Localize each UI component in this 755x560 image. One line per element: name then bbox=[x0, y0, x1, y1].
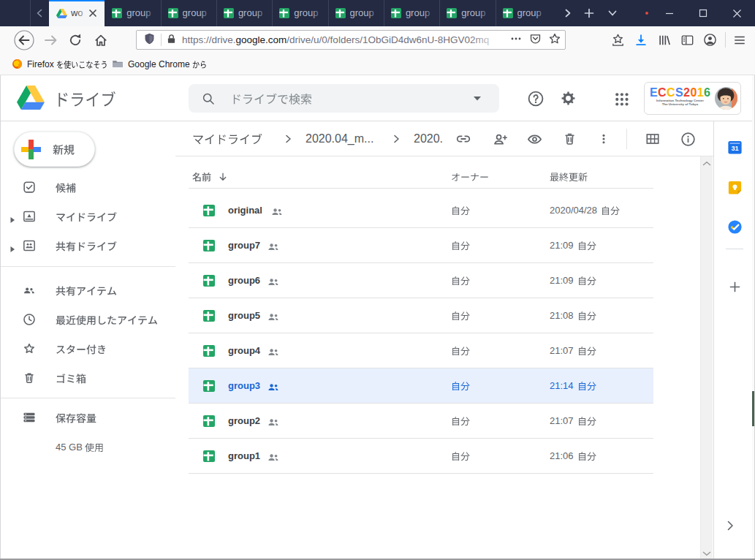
open-menu-button[interactable] bbox=[729, 26, 751, 53]
list-all-tabs-button[interactable] bbox=[602, 0, 623, 26]
expand-arrow[interactable] bbox=[10, 213, 15, 227]
file-name[interactable]: group7 bbox=[228, 228, 260, 262]
org-letter: C bbox=[658, 86, 667, 99]
file-row[interactable]: original 2020/04/28 bbox=[189, 193, 653, 228]
shared-drives-icon bbox=[22, 238, 37, 253]
scroll-up-icon[interactable] bbox=[701, 160, 713, 167]
sidebars-button[interactable] bbox=[676, 26, 698, 53]
drive-search-box[interactable] bbox=[189, 84, 499, 113]
file-row[interactable]: group2 21:07 bbox=[189, 404, 653, 439]
sidebar-item-starred[interactable] bbox=[0, 334, 175, 363]
reload-button[interactable] bbox=[64, 26, 86, 53]
delete-button[interactable] bbox=[561, 130, 578, 148]
breadcrumb-folder[interactable]: 2020.04_m... bbox=[306, 121, 373, 156]
share-button[interactable] bbox=[491, 130, 509, 148]
browser-tab[interactable]: group bbox=[105, 0, 160, 26]
file-row[interactable]: group7 21:09 bbox=[189, 228, 653, 263]
file-modified: 21:07 bbox=[550, 333, 596, 368]
file-name[interactable]: group2 bbox=[228, 404, 260, 438]
menu-icon bbox=[733, 34, 746, 47]
close-window-button[interactable] bbox=[720, 0, 754, 26]
google-apps-button[interactable] bbox=[610, 75, 631, 121]
sidebar-item-shared-with-me-icon-wrap bbox=[22, 283, 37, 300]
bookmark-item[interactable]: Firefox bbox=[9, 53, 111, 75]
back-button[interactable] bbox=[12, 26, 37, 53]
scroll-tabs-left-button[interactable] bbox=[30, 0, 48, 26]
get-link-button[interactable] bbox=[455, 130, 472, 148]
browser-tab[interactable]: group bbox=[439, 0, 495, 26]
more-actions-button[interactable] bbox=[595, 130, 612, 148]
get-addons-button[interactable] bbox=[724, 276, 745, 297]
search-icon-wrap[interactable] bbox=[201, 91, 216, 106]
browser-tab[interactable]: group bbox=[161, 0, 216, 26]
drive-logo-wrap[interactable] bbox=[17, 86, 45, 113]
keep-panel-button[interactable] bbox=[724, 177, 745, 197]
settings-button[interactable] bbox=[558, 75, 578, 121]
hide-side-panel-button[interactable] bbox=[720, 515, 740, 536]
sidebar-item-storage[interactable] bbox=[0, 403, 175, 432]
sort-direction-icon bbox=[218, 172, 228, 182]
browser-tab[interactable]: group bbox=[384, 0, 439, 26]
page-actions-button[interactable] bbox=[507, 33, 526, 48]
browser-tab[interactable]: group bbox=[328, 0, 384, 26]
url-text[interactable]: https://drive.google.com/drive/u/0/folde… bbox=[182, 34, 507, 45]
save-to-pocket-button[interactable] bbox=[526, 32, 545, 48]
file-row[interactable]: group5 21:08 bbox=[189, 298, 653, 333]
bookmark-folder[interactable]: Google Chrome bbox=[109, 53, 210, 75]
file-name[interactable]: group5 bbox=[228, 298, 260, 333]
file-name[interactable]: group1 bbox=[228, 439, 260, 473]
breadcrumb-current-folder[interactable]: 2020. bbox=[414, 121, 443, 156]
library-button[interactable] bbox=[653, 26, 675, 53]
scroll-tabs-right-button[interactable] bbox=[558, 0, 578, 26]
file-row[interactable]: group4 21:07 bbox=[189, 333, 653, 368]
new-tab-button[interactable] bbox=[579, 0, 599, 26]
maximize-button[interactable] bbox=[686, 0, 720, 26]
help-button[interactable] bbox=[526, 75, 546, 121]
tasks-panel-button[interactable] bbox=[724, 216, 745, 237]
file-row[interactable]: group1 21:06 bbox=[189, 439, 653, 474]
organization-account-card[interactable]: ECCS2016 Information Technology Center T… bbox=[644, 82, 741, 115]
column-header-name[interactable] bbox=[192, 156, 228, 189]
minimize-button[interactable] bbox=[653, 0, 686, 26]
browser-tab[interactable]: group bbox=[216, 0, 272, 26]
file-list-scrollbar[interactable] bbox=[700, 156, 713, 560]
home-button[interactable] bbox=[90, 26, 112, 53]
expand-arrow[interactable] bbox=[10, 243, 15, 256]
lock-wrap[interactable] bbox=[166, 33, 177, 48]
sidebar-item-shared-with-me[interactable] bbox=[0, 276, 175, 305]
file-name[interactable]: original bbox=[228, 193, 262, 227]
tab-close-icon[interactable] bbox=[87, 7, 99, 22]
column-header-modified[interactable] bbox=[550, 156, 588, 189]
browser-tab[interactable]: wo bbox=[49, 0, 105, 26]
bookmark-page-button[interactable] bbox=[545, 32, 565, 48]
column-header-owner[interactable] bbox=[451, 156, 489, 189]
url-bar[interactable]: https://drive.google.com/drive/u/0/folde… bbox=[136, 30, 566, 50]
file-row[interactable]: group6 21:09 bbox=[189, 263, 653, 298]
avatar-wrap[interactable] bbox=[715, 87, 737, 110]
browser-tab[interactable]: group bbox=[272, 0, 327, 26]
sort-arrow-wrap[interactable] bbox=[218, 172, 228, 182]
view-details-button[interactable] bbox=[679, 130, 697, 148]
sidebar-item-priority[interactable] bbox=[0, 173, 175, 202]
scroll-down-icon[interactable] bbox=[701, 550, 713, 557]
file-name[interactable]: group4 bbox=[228, 333, 260, 368]
grid-view-button[interactable] bbox=[644, 130, 661, 148]
forward-button[interactable] bbox=[40, 26, 62, 53]
search-options-button[interactable] bbox=[473, 96, 482, 101]
preview-button[interactable] bbox=[526, 130, 543, 148]
sidebar-item-shared-drives[interactable] bbox=[0, 231, 175, 260]
shield-wrap[interactable] bbox=[143, 32, 156, 48]
bookmarks-menu-button[interactable] bbox=[607, 26, 629, 53]
account-button[interactable] bbox=[699, 26, 721, 53]
file-row[interactable]: group3 21:14 bbox=[189, 368, 653, 404]
browser-tab[interactable]: group bbox=[496, 0, 551, 26]
breadcrumb-my-drive[interactable] bbox=[192, 121, 262, 156]
file-name[interactable]: group6 bbox=[228, 263, 260, 298]
sidebar-item-recent[interactable] bbox=[0, 305, 175, 334]
downloads-button[interactable] bbox=[630, 26, 652, 53]
new-button[interactable] bbox=[14, 132, 95, 167]
calendar-panel-button[interactable]: 31 bbox=[724, 137, 745, 157]
file-name[interactable]: group3 bbox=[228, 368, 260, 403]
sidebar-item-my-drive[interactable] bbox=[0, 202, 175, 231]
sidebar-item-trash[interactable] bbox=[0, 363, 175, 393]
